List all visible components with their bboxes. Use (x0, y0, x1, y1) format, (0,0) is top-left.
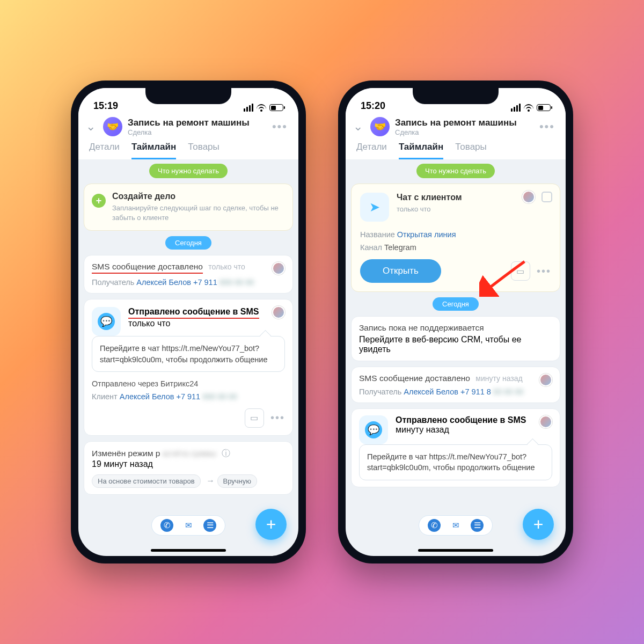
avatar (522, 191, 535, 203)
tab-timeline[interactable]: Таймлайн (399, 142, 443, 159)
back-chevron-icon[interactable]: ⌄ (86, 120, 98, 134)
more-icon[interactable]: ••• (269, 120, 291, 134)
tab-details[interactable]: Детали (356, 142, 387, 159)
card-checkbox[interactable] (541, 192, 552, 202)
sms-delivered-card[interactable]: SMS сообщение доставлено минуту назад По… (351, 367, 560, 403)
note-icon[interactable]: ▭ (245, 408, 264, 428)
quick-actions[interactable]: ✆ ✉ ☰ (419, 515, 493, 536)
status-time: 15:19 (93, 100, 118, 112)
phone-right: 15:20 ⌄ 🤝 Запись на ремонт машины Сделка… (338, 80, 573, 564)
sms-delivered-title: SMS сообщение доставлено (92, 262, 203, 274)
status-time: 15:20 (361, 100, 385, 112)
open-button[interactable]: Открыть (360, 259, 441, 283)
card-more-icon[interactable]: ••• (270, 412, 285, 424)
recipient-blur: 000 00 00 (219, 278, 254, 287)
fab-add[interactable]: + (523, 509, 554, 540)
sms-delivered-title: SMS сообщение доставлено (359, 374, 470, 383)
page-title: Запись на ремонт машины (128, 118, 264, 128)
sms-sent-title: Отправлено сообщение в SMS (396, 415, 552, 425)
battery-icon (269, 104, 283, 111)
chip-manual: Вручную (217, 474, 257, 488)
tabs: Детали Таймлайн Товары (86, 136, 291, 159)
sms-sent-title: Отправлено сообщение в SMS (128, 307, 259, 319)
mail-icon[interactable]: ✉ (182, 519, 195, 532)
mode-changed-title: Изменён режим р (92, 449, 160, 458)
recipient-blur: 00 00 00 (493, 387, 523, 396)
todo-pill: Что нужно сделать (149, 164, 228, 178)
client-label: Клиент (92, 392, 118, 401)
notch (413, 88, 499, 104)
create-task-sub: Запланируйте следующий шаг по сделке, чт… (112, 203, 284, 223)
plus-icon: + (92, 194, 106, 208)
mail-icon[interactable]: ✉ (449, 519, 462, 532)
sms-sent-card[interactable]: 💬 Отправлено сообщение в SMS минуту наза… (351, 408, 560, 487)
avatar (539, 374, 552, 386)
sent-via: Отправлено через Битрикс24 (92, 379, 285, 388)
message-body: Перейдите в чат https://t.me/NewYou77_bo… (359, 444, 552, 480)
sms-delivered-meta: минуту назад (475, 374, 522, 383)
recipient-label: Получатель (92, 278, 134, 287)
cellular-icon (511, 104, 521, 112)
unsupported-sub: Перейдите в веб-версию CRM, чтобы ее уви… (359, 335, 552, 354)
today-pill: Сегодня (165, 236, 211, 250)
recipient-label: Получатель (359, 387, 401, 396)
tab-products[interactable]: Товары (455, 142, 486, 159)
mode-changed-ago: 19 минут назад (92, 459, 285, 469)
quick-actions[interactable]: ✆ ✉ ☰ (151, 515, 225, 536)
page-title: Запись на ремонт машины (395, 118, 531, 128)
task-icon[interactable]: ☰ (203, 519, 216, 532)
today-pill: Сегодня (433, 297, 479, 311)
client-blur: 000 00 00 (202, 392, 237, 401)
cellular-icon (244, 104, 253, 112)
chat-channel-label: Канал (360, 243, 382, 252)
create-task-title: Создайте дело (112, 192, 284, 201)
header: ⌄ 🤝 Запись на ремонт машины Сделка ••• Д… (346, 113, 566, 159)
page-subtitle: Сделка (128, 128, 264, 136)
phone-left: 15:19 ⌄ 🤝 Запись на ремонт машины Сделка… (71, 80, 306, 564)
wifi-icon (524, 104, 533, 112)
chat-client-card[interactable]: ➤ Чат с клиентом только что Название Отк… (351, 184, 560, 292)
todo-pill: Что нужно сделать (416, 164, 495, 178)
chat-meta: только что (397, 204, 551, 214)
chat-bubble-icon: 💬 (92, 307, 121, 336)
telegram-icon: ➤ (360, 193, 389, 222)
task-icon[interactable]: ☰ (471, 519, 484, 532)
chip-auto: На основе стоимости товаров (92, 474, 201, 488)
avatar (539, 415, 552, 428)
note-icon[interactable]: ▭ (511, 261, 530, 281)
battery-icon (537, 104, 551, 111)
message-body: Перейдите в чат https://t.me/NewYou77_bo… (92, 336, 285, 372)
back-chevron-icon[interactable]: ⌄ (353, 120, 365, 134)
tabs: Детали Таймлайн Товары (353, 136, 558, 159)
sms-delivered-meta: только что (208, 262, 245, 271)
tab-details[interactable]: Детали (89, 142, 120, 159)
wifi-icon (257, 104, 266, 112)
recipient-value[interactable]: Алексей Белов +7 911 8 (404, 387, 491, 396)
sms-delivered-card[interactable]: SMS сообщение доставлено только что Полу… (84, 255, 293, 294)
tab-timeline[interactable]: Таймлайн (131, 142, 176, 159)
sms-sent-meta: минуту назад (396, 425, 552, 435)
home-indicator[interactable] (151, 549, 226, 552)
home-indicator[interactable] (418, 549, 493, 552)
deal-icon: 🤝 (370, 117, 390, 136)
sms-sent-card[interactable]: 💬 Отправлено сообщение в SMS только что … (84, 299, 293, 436)
create-task-card[interactable]: + Создайте дело Запланируйте следующий ш… (84, 184, 293, 231)
chat-name-label: Название (360, 230, 395, 239)
notch (145, 88, 231, 104)
chat-name-value[interactable]: Открытая линия (397, 230, 456, 239)
call-icon[interactable]: ✆ (428, 519, 441, 532)
header: ⌄ 🤝 Запись на ремонт машины Сделка ••• Д… (78, 113, 298, 159)
more-icon[interactable]: ••• (536, 120, 558, 134)
sms-sent-meta: только что (128, 319, 285, 328)
fab-add[interactable]: + (255, 509, 287, 540)
call-icon[interactable]: ✆ (160, 519, 173, 532)
client-value[interactable]: Алексей Белов +7 911 (120, 392, 200, 401)
chat-bubble-icon: 💬 (359, 415, 388, 444)
chat-channel-value: Telegram (384, 243, 416, 252)
tab-products[interactable]: Товары (188, 142, 219, 159)
card-more-icon[interactable]: ••• (537, 265, 551, 277)
recipient-value[interactable]: Алексей Белов +7 911 (136, 278, 217, 287)
unsupported-card[interactable]: Запись пока не поддерживается Перейдите … (351, 316, 560, 361)
unsupported-title: Запись пока не поддерживается (359, 323, 552, 333)
mode-changed-card[interactable]: Изменён режим р асчёта суммы ⓘ 19 минут … (84, 441, 293, 495)
